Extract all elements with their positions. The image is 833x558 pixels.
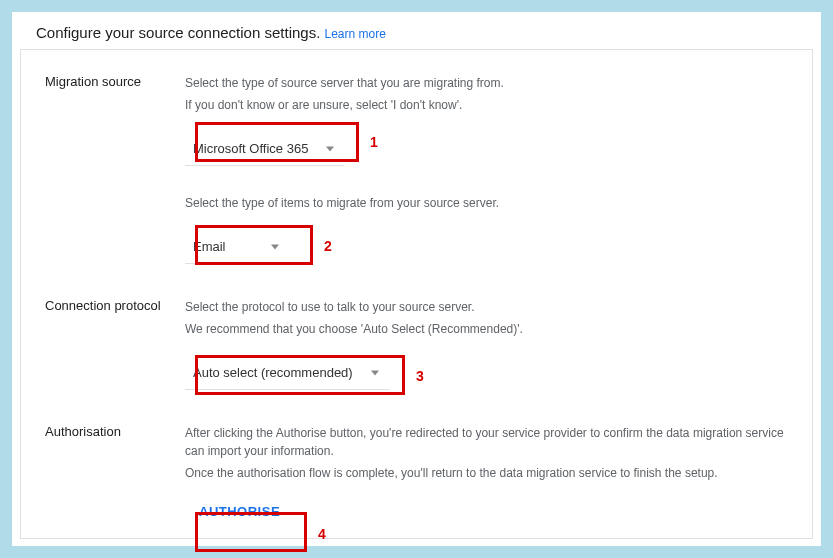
migration-items-dropdown[interactable]: Email xyxy=(185,230,289,264)
connection-protocol-help1: Select the protocol to use to talk to yo… xyxy=(185,298,788,316)
migration-source-help2: If you don't know or are unsure, select … xyxy=(185,96,788,114)
migration-source-help1: Select the type of source server that yo… xyxy=(185,74,788,92)
connection-protocol-dropdown-value: Auto select (recommended) xyxy=(193,365,353,380)
annotation-label-2: 2 xyxy=(324,238,332,254)
migration-source-row: Migration source Select the type of sour… xyxy=(45,74,788,264)
migration-source-dropdown[interactable]: Microsoft Office 365 xyxy=(185,132,344,166)
migration-source-label: Migration source xyxy=(45,74,185,89)
settings-panel: Migration source Select the type of sour… xyxy=(20,49,813,539)
chevron-down-icon xyxy=(271,245,279,250)
chevron-down-icon xyxy=(371,371,379,376)
annotation-label-1: 1 xyxy=(370,134,378,150)
migration-items-dropdown-value: Email xyxy=(193,239,226,254)
annotation-label-4: 4 xyxy=(318,526,326,542)
authorisation-help1: After clicking the Authorise button, you… xyxy=(185,424,788,460)
learn-more-link[interactable]: Learn more xyxy=(325,27,386,41)
connection-protocol-dropdown[interactable]: Auto select (recommended) xyxy=(185,356,389,390)
connection-protocol-label: Connection protocol xyxy=(45,298,185,313)
migration-source-dropdown-value: Microsoft Office 365 xyxy=(193,141,308,156)
authorisation-row: Authorisation After clicking the Authori… xyxy=(45,424,788,527)
migration-items-help: Select the type of items to migrate from… xyxy=(185,194,788,212)
authorise-button[interactable]: AUTHORISE xyxy=(185,496,294,527)
page-header: Configure your source connection setting… xyxy=(12,12,821,49)
annotation-label-3: 3 xyxy=(416,368,424,384)
chevron-down-icon xyxy=(326,147,334,152)
connection-protocol-help2: We recommend that you choose 'Auto Selec… xyxy=(185,320,788,338)
authorisation-label: Authorisation xyxy=(45,424,185,439)
header-title: Configure your source connection setting… xyxy=(36,24,320,41)
authorisation-help2: Once the authorisation flow is complete,… xyxy=(185,464,788,482)
